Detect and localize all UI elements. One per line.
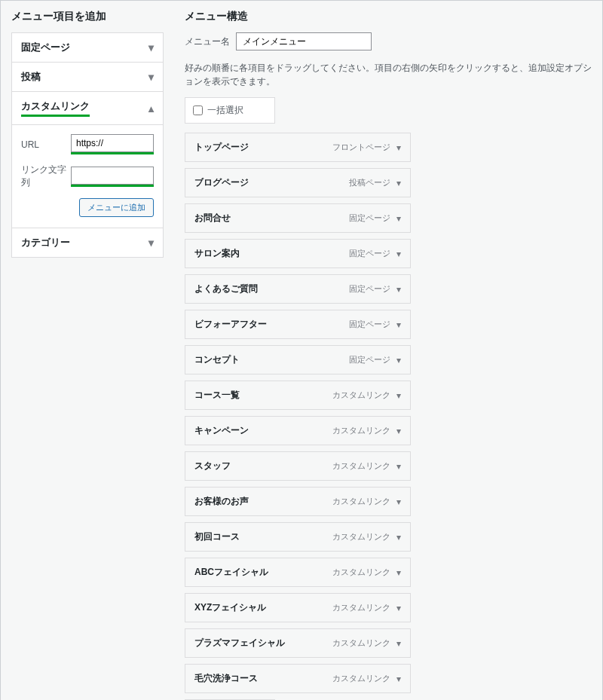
panel-custom-link[interactable]: カスタムリンク ▴ URL リンク文字列 メニューに追加: [11, 91, 164, 228]
menu-item-type: 固定ページ: [349, 319, 390, 330]
menu-item-type: カスタムリンク: [332, 425, 390, 436]
menu-item-type: カスタムリンク: [332, 390, 390, 401]
menu-item-title: XYZフェイシャル: [194, 601, 332, 614]
menu-item[interactable]: お問合せ固定ページ▾: [185, 203, 411, 233]
menu-item[interactable]: コース一覧カスタムリンク▾: [185, 381, 411, 410]
chevron-down-icon[interactable]: ▾: [396, 567, 401, 578]
chevron-down-icon[interactable]: ▾: [396, 638, 401, 649]
menu-item-type: カスタムリンク: [332, 637, 390, 649]
menu-item-title: コンセプト: [194, 353, 349, 366]
menu-item[interactable]: お客様のお声カスタムリンク▾: [185, 487, 411, 516]
menu-structure-heading: メニュー構造: [185, 10, 592, 23]
menu-item-type: カスタムリンク: [332, 602, 390, 613]
menu-item-title: 毛穴洗浄コース: [194, 672, 332, 685]
panel-pages[interactable]: 固定ページ ▾: [11, 32, 164, 62]
chevron-down-icon[interactable]: ▾: [396, 674, 401, 684]
chevron-down-icon[interactable]: ▾: [396, 461, 401, 472]
chevron-down-icon[interactable]: ▾: [396, 142, 401, 153]
menu-item-title: 初回コース: [194, 530, 332, 543]
chevron-down-icon[interactable]: ▾: [396, 390, 401, 401]
menu-item[interactable]: トップページフロントページ▾: [185, 133, 411, 162]
menu-item-title: サロン案内: [194, 247, 349, 260]
menu-item[interactable]: プラズマフェイシャルカスタムリンク▾: [185, 628, 411, 658]
panel-posts[interactable]: 投稿 ▾: [11, 62, 164, 91]
menu-item-title: コース一覧: [194, 389, 332, 402]
menu-item-title: スタッフ: [194, 460, 332, 472]
chevron-down-icon[interactable]: ▾: [396, 284, 401, 295]
menu-item[interactable]: ビフォーアフター固定ページ▾: [185, 310, 411, 339]
menu-item-type: カスタムリンク: [332, 460, 390, 472]
menu-name-label: メニュー名: [185, 35, 230, 48]
chevron-down-icon[interactable]: ▾: [396, 355, 401, 365]
url-label: URL: [21, 139, 71, 150]
menu-item-title: お問合せ: [194, 212, 349, 225]
menu-item[interactable]: よくあるご質問固定ページ▾: [185, 274, 411, 304]
chevron-down-icon[interactable]: ▾: [396, 249, 401, 259]
menu-item-type: 固定ページ: [349, 248, 390, 259]
chevron-down-icon[interactable]: ▾: [396, 426, 401, 436]
panel-categories-label: カテゴリー: [21, 236, 70, 249]
menu-item-type: 固定ページ: [349, 283, 390, 295]
url-input[interactable]: [71, 134, 154, 152]
menu-item-type: カスタムリンク: [332, 496, 390, 507]
menu-item-title: ブログページ: [194, 176, 349, 189]
menu-item-type: カスタムリンク: [332, 567, 390, 578]
chevron-down-icon: ▾: [148, 71, 154, 83]
menu-item-type: カスタムリンク: [332, 531, 390, 543]
menu-item-type: 投稿ページ: [349, 177, 390, 188]
menu-item[interactable]: 初回コースカスタムリンク▾: [185, 522, 411, 552]
chevron-down-icon[interactable]: ▾: [396, 178, 401, 188]
chevron-down-icon[interactable]: ▾: [396, 213, 401, 224]
instructions-text: 好みの順番に各項目をドラッグしてください。項目の右側の矢印をクリックすると、追加…: [185, 61, 592, 88]
menu-item-type: カスタムリンク: [332, 673, 390, 684]
chevron-down-icon[interactable]: ▾: [396, 497, 401, 507]
menu-item[interactable]: スタッフカスタムリンク▾: [185, 451, 411, 481]
panel-categories[interactable]: カテゴリー ▾: [11, 228, 164, 258]
bulk-select-checkbox[interactable]: [193, 105, 203, 115]
link-text-label: リンク文字列: [21, 164, 71, 189]
menu-item-title: プラズマフェイシャル: [194, 637, 332, 650]
panel-pages-label: 固定ページ: [21, 41, 70, 54]
menu-item-title: お客様のお声: [194, 495, 332, 508]
menu-item[interactable]: ブログページ投稿ページ▾: [185, 168, 411, 197]
panel-posts-label: 投稿: [21, 70, 41, 84]
menu-item-title: ABCフェイシャル: [194, 566, 332, 579]
menu-item[interactable]: コンセプト固定ページ▾: [185, 345, 411, 374]
chevron-down-icon: ▾: [148, 41, 154, 53]
menu-item-title: キャンペーン: [194, 424, 332, 437]
menu-item[interactable]: 毛穴洗浄コースカスタムリンク▾: [185, 664, 411, 693]
menu-item-type: フロントページ: [332, 142, 390, 153]
menu-item-type: 固定ページ: [349, 354, 390, 365]
menu-item[interactable]: サロン案内固定ページ▾: [185, 239, 411, 268]
add-items-heading: メニュー項目を追加: [11, 10, 164, 23]
bulk-select-top[interactable]: 一括選択: [185, 97, 275, 124]
menu-item[interactable]: キャンペーンカスタムリンク▾: [185, 416, 411, 445]
menu-item-title: ビフォーアフター: [194, 318, 349, 331]
chevron-down-icon[interactable]: ▾: [396, 319, 401, 330]
menu-name-input[interactable]: [236, 32, 372, 50]
chevron-down-icon[interactable]: ▾: [396, 532, 401, 543]
chevron-up-icon: ▴: [148, 102, 154, 115]
add-to-menu-button[interactable]: メニューに追加: [79, 198, 154, 217]
panel-custom-link-label: カスタムリンク: [21, 99, 90, 117]
link-text-input[interactable]: [71, 167, 154, 185]
bulk-select-label: 一括選択: [207, 104, 243, 117]
menu-item-title: トップページ: [194, 141, 332, 154]
menu-item-type: 固定ページ: [349, 212, 390, 224]
chevron-down-icon: ▾: [148, 237, 154, 249]
chevron-down-icon[interactable]: ▾: [396, 603, 401, 613]
menu-items-list: トップページフロントページ▾ブログページ投稿ページ▾お問合せ固定ページ▾サロン案…: [185, 133, 592, 693]
menu-item[interactable]: XYZフェイシャルカスタムリンク▾: [185, 593, 411, 622]
menu-item-title: よくあるご質問: [194, 283, 349, 295]
menu-item[interactable]: ABCフェイシャルカスタムリンク▾: [185, 558, 411, 587]
